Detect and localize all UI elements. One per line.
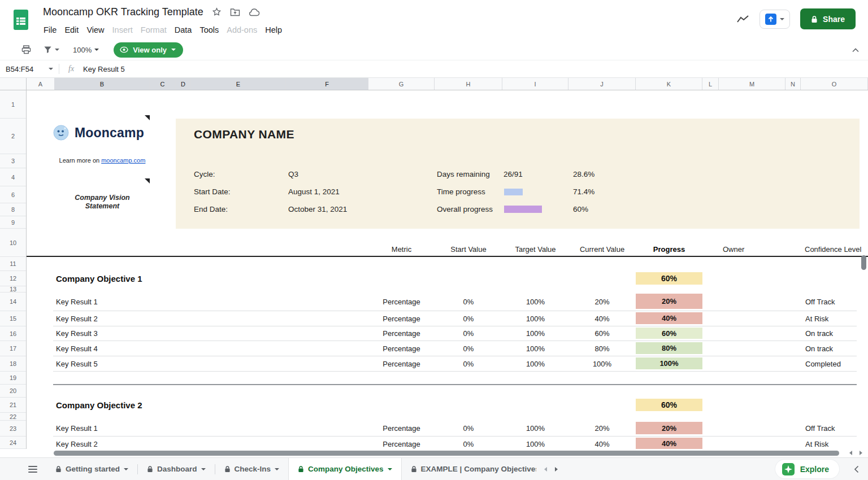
table-header-target-value[interactable]: Target Value <box>502 244 568 255</box>
kr-metric[interactable]: Percentage <box>368 437 435 449</box>
column-header-N[interactable]: N <box>785 78 801 90</box>
end-date-label[interactable]: End Date: <box>194 205 228 214</box>
kr-metric[interactable]: Percentage <box>368 341 435 356</box>
vision-statement-cell[interactable]: Company Vision Statement <box>63 194 142 211</box>
view-only-button[interactable]: View only <box>114 42 183 58</box>
kr-start-value[interactable]: 0% <box>435 326 502 341</box>
kr-start-value[interactable]: 0% <box>435 341 502 356</box>
share-button[interactable]: Share <box>800 8 856 29</box>
row-header-3[interactable]: 3 <box>0 154 26 168</box>
start-date-value[interactable]: August 1, 2021 <box>288 187 340 197</box>
cycle-label[interactable]: Cycle: <box>194 170 215 179</box>
kr-start-value[interactable]: 0% <box>435 437 502 449</box>
name-box[interactable]: B54:F54 <box>0 60 59 77</box>
row-header-4[interactable]: 4 <box>0 168 26 186</box>
kr-current-value[interactable]: 40% <box>568 437 636 449</box>
row-header-13[interactable]: 13 <box>0 286 26 293</box>
tab-scroll-right-icon[interactable] <box>555 467 558 472</box>
menu-file[interactable]: File <box>40 23 60 37</box>
kr-name[interactable]: Key Result 2 <box>56 311 237 326</box>
menu-edit[interactable]: Edit <box>60 23 83 37</box>
kr-confidence[interactable]: Off Track <box>805 293 835 311</box>
overall-progress-label[interactable]: Overall progress <box>437 205 493 214</box>
menu-data[interactable]: Data <box>171 23 196 37</box>
kr-current-value[interactable]: 100% <box>568 356 636 372</box>
column-header-K[interactable]: K <box>636 78 702 90</box>
sheet-tab-dashboard[interactable]: Dashboard <box>138 458 215 480</box>
column-header-B[interactable]: B <box>55 78 150 90</box>
kr-metric[interactable]: Percentage <box>368 356 435 372</box>
collapse-toolbar-icon[interactable] <box>852 45 859 55</box>
days-remaining-value[interactable]: 26/91 <box>504 170 523 179</box>
kr-current-value[interactable]: 20% <box>568 421 636 437</box>
row-header-18[interactable]: 18 <box>0 356 26 372</box>
kr-metric[interactable]: Percentage <box>368 421 435 437</box>
kr-target-value[interactable]: 100% <box>502 437 568 449</box>
objective-progress[interactable]: 60% <box>636 399 702 411</box>
menu-help[interactable]: Help <box>261 23 286 37</box>
row-header-2[interactable]: 2 <box>0 119 26 154</box>
time-progress-bar[interactable] <box>504 189 523 195</box>
kr-current-value[interactable]: 60% <box>568 326 636 341</box>
row-header-14[interactable]: 14 <box>0 293 26 311</box>
objective-name[interactable]: Company Objective 1 <box>56 271 406 286</box>
kr-name[interactable]: Key Result 3 <box>56 326 237 341</box>
sheet-tab-getting-started[interactable]: Getting started <box>46 458 137 480</box>
mooncamp-logo[interactable]: Mooncamp <box>53 124 144 141</box>
formula-input[interactable]: Key Result 5 <box>83 65 125 73</box>
kr-name[interactable]: Key Result 1 <box>56 293 237 311</box>
column-header-C[interactable]: C <box>150 78 176 90</box>
kr-start-value[interactable]: 0% <box>435 356 502 372</box>
menu-addons[interactable]: Add-ons <box>223 23 261 37</box>
kr-name[interactable]: Key Result 2 <box>56 437 237 449</box>
row-header-15[interactable]: 15 <box>0 311 26 326</box>
kr-target-value[interactable]: 100% <box>502 341 568 356</box>
cycle-value[interactable]: Q3 <box>288 170 298 179</box>
column-header-O[interactable]: O <box>801 78 868 90</box>
column-header-I[interactable]: I <box>502 78 568 90</box>
row-header-8[interactable]: 8 <box>0 203 26 216</box>
horizontal-scrollbar-thumb[interactable] <box>54 451 839 456</box>
column-header-M[interactable]: M <box>719 78 785 90</box>
row-header-12[interactable]: 12 <box>0 271 26 286</box>
kr-target-value[interactable]: 100% <box>502 293 568 311</box>
sheets-logo-icon[interactable] <box>13 9 29 33</box>
kr-progress[interactable]: 40% <box>636 438 702 449</box>
kr-start-value[interactable]: 0% <box>435 293 502 311</box>
mooncamp-link[interactable]: mooncamp.com <box>101 157 145 164</box>
row-header-19[interactable]: 19 <box>0 372 26 385</box>
kr-confidence[interactable]: On track <box>805 341 833 356</box>
overall-progress-bar[interactable] <box>504 206 542 213</box>
column-header-F[interactable]: F <box>286 78 368 90</box>
cloud-status-icon[interactable] <box>249 8 260 16</box>
sheet-tab-example-company-objectives[interactable]: EXAMPLE | Company Objectives <box>402 458 536 480</box>
overall-progress-pct[interactable]: 60% <box>573 205 588 214</box>
kr-progress[interactable]: 40% <box>636 312 702 324</box>
collapse-panel-icon[interactable] <box>854 465 859 473</box>
end-date-value[interactable]: October 31, 2021 <box>288 205 347 214</box>
days-remaining-pct[interactable]: 28.6% <box>573 170 594 179</box>
kr-confidence[interactable]: Off Track <box>805 421 835 437</box>
open-in-app-button[interactable] <box>760 10 790 29</box>
row-header-24[interactable]: 24 <box>0 437 26 449</box>
kr-target-value[interactable]: 100% <box>502 421 568 437</box>
kr-confidence[interactable]: At Risk <box>805 437 828 449</box>
table-header-metric[interactable]: Metric <box>368 244 435 255</box>
row-header-17[interactable]: 17 <box>0 341 26 356</box>
kr-progress[interactable]: 60% <box>636 328 702 339</box>
kr-metric[interactable]: Percentage <box>368 326 435 341</box>
row-header-1[interactable]: 1 <box>0 90 26 119</box>
kr-name[interactable]: Key Result 4 <box>56 341 237 356</box>
print-icon[interactable] <box>21 45 31 54</box>
tab-scroll-left-icon[interactable] <box>544 467 547 472</box>
kr-progress[interactable]: 80% <box>636 342 702 354</box>
column-header-E[interactable]: E <box>191 78 286 90</box>
start-date-label[interactable]: Start Date: <box>194 187 231 197</box>
row-header-6[interactable]: 6 <box>0 186 26 203</box>
column-header-H[interactable]: H <box>435 78 502 90</box>
menu-format[interactable]: Format <box>137 23 171 37</box>
table-header-owner[interactable]: Owner <box>719 244 785 255</box>
column-header-J[interactable]: J <box>568 78 636 90</box>
column-header-G[interactable]: G <box>368 78 435 90</box>
sheet-tab-check-ins[interactable]: Check-Ins <box>215 458 289 480</box>
